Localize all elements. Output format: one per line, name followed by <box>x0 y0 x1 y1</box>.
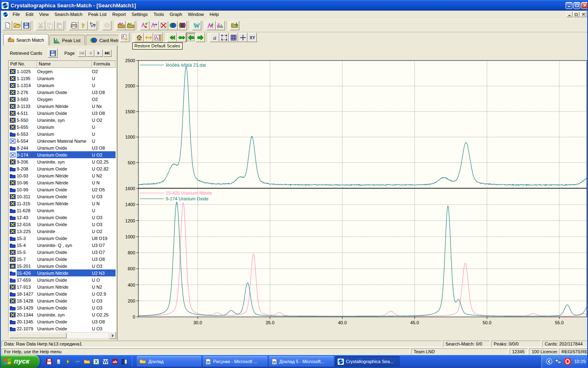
word-report-button[interactable]: W <box>192 21 201 30</box>
annotate-text-button[interactable]: a <box>210 33 219 42</box>
stretch-x-button[interactable] <box>144 33 153 42</box>
pattern-delete-button[interactable] <box>159 21 168 30</box>
home-button[interactable] <box>134 33 144 42</box>
table-row[interactable]: 13-225UraniniteU O2 <box>9 228 116 235</box>
restore-scales-button[interactable] <box>186 33 196 42</box>
app-icon[interactable] <box>2 2 9 9</box>
table-row[interactable]: 17-659Uranium OxideU O <box>9 276 116 283</box>
tray-network-icon[interactable] <box>555 359 562 365</box>
table-row[interactable]: 3-583OxygenO2 <box>9 96 116 103</box>
table-row[interactable]: 15-7Uranium OxideU3 O8 <box>9 256 116 263</box>
card-retrieval-run-button[interactable] <box>168 21 178 30</box>
ql-disk-icon[interactable] <box>46 358 53 365</box>
mdi-close-button[interactable] <box>580 12 586 17</box>
menu-graph[interactable]: Graph <box>167 11 185 18</box>
graph-peaks-button[interactable] <box>216 21 225 30</box>
next-page-button[interactable] <box>95 49 103 57</box>
table-row[interactable]: 10-93Uranium NitrideU N2 <box>9 172 116 179</box>
table-row[interactable]: 15-426Uranium NitrideU2 N3 <box>9 269 116 276</box>
card-delete-button[interactable] <box>178 21 187 30</box>
copy-graph-button[interactable] <box>120 33 129 42</box>
ql-abbyy-icon[interactable]: ab <box>111 358 118 365</box>
table-row[interactable]: 17-913Uranium NitrideU N2 <box>9 283 116 290</box>
table-row[interactable]: 18-1427Uranium OxideU O2.9 <box>9 290 116 297</box>
table-row[interactable]: 6-553UraniumU <box>9 130 116 137</box>
table-row[interactable]: 18-1429Uranium OxideU O3 <box>9 304 116 311</box>
zoom-extents-button[interactable] <box>177 33 186 42</box>
table-row[interactable]: 18-1428Uranium OxideU O3 <box>9 297 116 304</box>
tab-card-retrieval[interactable]: Card Retrieval <box>86 35 118 45</box>
column-header-name[interactable]: Name <box>37 61 92 68</box>
restore-button[interactable] <box>573 2 580 9</box>
taskbar-task-доклад-5-microsoft-[interactable]: WДоклад 5 - Microsoft... <box>269 356 334 367</box>
help-button[interactable]: ? <box>78 21 88 30</box>
graph-pattern-button[interactable] <box>206 21 216 30</box>
import-peaklist-button[interactable] <box>126 21 135 30</box>
table-row[interactable]: 15-5Uranium OxideU3 O7 <box>9 249 116 256</box>
start-button[interactable]: пуск <box>0 355 40 368</box>
ql-ie-icon[interactable]: e <box>74 358 81 365</box>
tray-opera-icon[interactable] <box>564 358 571 365</box>
new-file-button[interactable] <box>3 21 12 30</box>
table-row[interactable]: 15-201Uranium OxideU O3 <box>9 263 116 269</box>
taskbar-task-доклад[interactable]: Доклад <box>137 356 201 367</box>
open-file-button[interactable] <box>12 21 22 30</box>
taskbar-clock[interactable]: 10:29 <box>573 359 586 364</box>
export-data-button[interactable] <box>230 21 239 30</box>
document-icon[interactable] <box>2 11 9 18</box>
context-help-button[interactable]: ? <box>88 21 97 30</box>
grid-toggle-button[interactable] <box>229 33 238 42</box>
mdi-restore-button[interactable] <box>573 12 579 17</box>
table-row[interactable]: 2-276Uranium OxideU3 O8 <box>9 89 116 96</box>
table-row[interactable]: 3-1133Uranium NitrideU Nx <box>9 103 116 110</box>
table-row[interactable]: 1-1314UraniumU <box>9 82 116 89</box>
hscroll-thumb[interactable] <box>9 333 67 338</box>
tab-peak-list[interactable]: Peak List <box>49 35 85 45</box>
peak-edit-button[interactable] <box>149 21 159 30</box>
print-button[interactable] <box>69 21 78 30</box>
scale-axes-button[interactable] <box>153 33 163 42</box>
menu-file[interactable]: File <box>10 11 23 18</box>
hscroll-right-button[interactable] <box>109 332 116 339</box>
table-row[interactable]: 22-1079Uranium OxideU O3 <box>9 325 116 332</box>
ql-word-icon[interactable]: W <box>102 358 109 365</box>
ql-excel-icon[interactable]: X <box>93 358 100 365</box>
table-row[interactable]: 15-3Uranium OxideU8 O19 <box>9 235 116 242</box>
table-row[interactable]: 9-208Uranium OxideU O2.82 <box>9 165 116 172</box>
table-row[interactable]: 5-655UraniumU <box>9 123 116 130</box>
table-row[interactable]: 10-99Uranium OxideU2 O5 <box>9 186 116 193</box>
xy-readout-button[interactable]: XY <box>247 33 257 42</box>
pan-right-button[interactable] <box>196 33 205 42</box>
table-row[interactable]: 1-1025OxygenO2 <box>9 68 116 75</box>
menu-view[interactable]: View <box>36 11 52 18</box>
column-header-formula[interactable]: Formula <box>92 61 116 68</box>
save-file-button[interactable] <box>22 21 31 30</box>
search-match-run-button[interactable] <box>140 21 149 30</box>
table-row[interactable]: 8-244Uranium OxideU3 O8 <box>9 144 116 151</box>
table-row[interactable]: 9-206Uraninite, synU O2.25 <box>9 158 116 165</box>
ql-book-icon[interactable] <box>121 358 128 365</box>
table-row[interactable]: 5-550Uraninite, synU O2 <box>9 117 116 123</box>
table-row[interactable]: 1-1195UraniumU <box>9 75 116 82</box>
table-row[interactable]: 6-554Unknown Material NameU <box>9 137 116 144</box>
close-button[interactable] <box>581 2 588 9</box>
ql-bolt-icon[interactable] <box>65 358 71 365</box>
table-row[interactable]: 12-43Uranium OxideU O3 <box>9 214 116 221</box>
import-pattern-button[interactable] <box>116 21 126 30</box>
save-cards-button[interactable] <box>48 49 58 58</box>
table-row[interactable]: 20-1345Uranium OxideU3 O8 <box>9 318 116 325</box>
taskbar-task-рисунки-microsoft-[interactable]: WРисунки - Microsoft ... <box>203 356 267 367</box>
mdi-minimize-button[interactable] <box>566 12 572 17</box>
table-row[interactable]: 15-4Uraninite- Q , synU3 O7 <box>9 242 116 249</box>
menu-edit[interactable]: Edit <box>23 11 36 18</box>
table-row[interactable]: 9-174Uranium OxideU O2 <box>9 151 116 158</box>
last-page-button[interactable] <box>103 49 111 57</box>
column-header-pdf-no-[interactable]: Pdf No. <box>9 61 37 68</box>
minimize-button[interactable] <box>566 2 572 9</box>
zoom-box-button[interactable] <box>219 33 229 42</box>
menu-report[interactable]: Report <box>109 11 129 18</box>
table-row[interactable]: 11-315Uranium NitrideU N <box>9 200 116 207</box>
tab-search-match[interactable]: Search Match <box>3 34 49 45</box>
xrd-chart[interactable]: 5001000150020002500Íèòðèä óðàíà 21.dat02… <box>118 46 588 340</box>
menu-tools[interactable]: Tools <box>151 11 167 18</box>
